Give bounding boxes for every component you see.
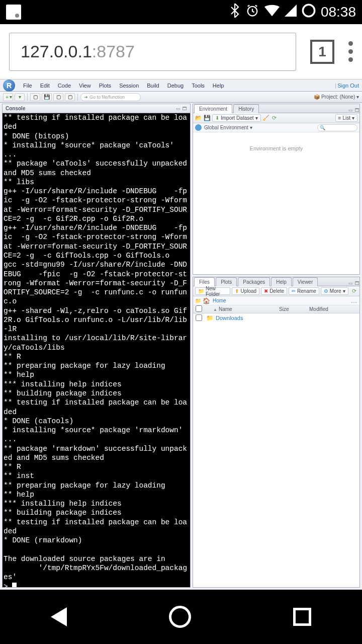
env-search-input[interactable]: 🔍 bbox=[317, 124, 357, 131]
rstudio-main-toolbar: ＋▾ ▾ ▢ 💾 ▢ ▢ ➔Go to file/function 📦 Proj… bbox=[0, 92, 362, 103]
tab-viewer[interactable]: Viewer bbox=[293, 277, 318, 286]
open-file-button[interactable]: ▢ bbox=[30, 93, 40, 101]
menu-session[interactable]: Session bbox=[115, 83, 143, 89]
file-name[interactable]: Downloads bbox=[216, 315, 243, 321]
url-host: 127.0.0.1 bbox=[21, 42, 92, 61]
print-button[interactable]: ▢ bbox=[65, 93, 75, 101]
clear-workspace-button[interactable]: 🧹 bbox=[262, 115, 269, 122]
rstudio-app: R File Edit Code View Plots Session Buil… bbox=[0, 79, 362, 590]
new-file-button[interactable]: ＋▾ bbox=[3, 93, 13, 101]
menu-help[interactable]: Help bbox=[209, 83, 228, 89]
android-nav-bar bbox=[0, 590, 362, 644]
save-file-button[interactable]: 💾 bbox=[42, 93, 52, 101]
browser-toolbar: 127.0.0.1:8787 1 bbox=[0, 24, 362, 79]
menu-file[interactable]: File bbox=[19, 83, 36, 89]
tab-packages[interactable]: Packages bbox=[238, 277, 270, 286]
svg-point-1 bbox=[303, 5, 314, 16]
menu-edit[interactable]: Edit bbox=[36, 83, 54, 89]
env-scope-selector[interactable]: Global Environment ▾ bbox=[204, 125, 252, 130]
wifi-icon bbox=[264, 5, 280, 20]
minimize-icon[interactable]: ▭ bbox=[348, 281, 353, 286]
nav-back-button[interactable] bbox=[51, 607, 67, 626]
menu-debug[interactable]: Debug bbox=[163, 83, 188, 89]
rstudio-logo-icon: R bbox=[3, 79, 15, 92]
load-workspace-button[interactable]: 📂 bbox=[195, 115, 202, 122]
minimize-icon[interactable]: ▭ bbox=[176, 106, 180, 111]
menu-tools[interactable]: Tools bbox=[188, 83, 209, 89]
menu-code[interactable]: Code bbox=[54, 83, 75, 89]
tab-help[interactable]: Help bbox=[271, 277, 292, 286]
console-tab[interactable]: Console bbox=[6, 106, 25, 111]
environment-body: Environment is empty bbox=[193, 132, 359, 274]
maximize-icon[interactable]: 🗖 bbox=[355, 281, 359, 286]
cell-signal-icon bbox=[285, 5, 297, 20]
battery-icon bbox=[302, 4, 316, 21]
maximize-icon[interactable]: 🗖 bbox=[355, 108, 359, 113]
col-modified-header[interactable]: Modified bbox=[309, 306, 359, 312]
console-output[interactable]: ** testing if installed package can be l… bbox=[3, 113, 190, 587]
sign-out-link[interactable]: Sign Out bbox=[337, 83, 359, 89]
refresh-env-button[interactable]: ⟳ bbox=[271, 115, 278, 122]
delete-button[interactable]: ✖Delete bbox=[261, 287, 287, 295]
files-header-row: ▲Name Size Modified bbox=[193, 305, 359, 313]
table-row[interactable]: 📁 Downloads bbox=[193, 313, 359, 323]
picture-notification-icon bbox=[6, 5, 21, 20]
new-project-button[interactable]: ▾ bbox=[15, 93, 25, 101]
save-all-button[interactable]: ▢ bbox=[53, 93, 63, 101]
android-status-bar: 08:38 bbox=[0, 0, 362, 24]
upload-button[interactable]: ⬆Upload bbox=[232, 287, 259, 295]
url-bar[interactable]: 127.0.0.1:8787 bbox=[9, 33, 296, 71]
go-to-folder-button[interactable]: 📁 bbox=[195, 298, 201, 303]
import-dataset-button[interactable]: ⬇Import Dataset▾ bbox=[212, 114, 261, 122]
bluetooth-icon bbox=[229, 4, 240, 21]
folder-icon: 📁 bbox=[206, 314, 214, 321]
more-path-button[interactable]: … bbox=[351, 297, 357, 304]
sort-arrow-icon: ▲ bbox=[213, 307, 217, 312]
row-checkbox[interactable] bbox=[196, 314, 202, 321]
project-menu-button[interactable]: 📦 Project: (None) ▾ bbox=[314, 94, 359, 100]
col-size-header[interactable]: Size bbox=[279, 306, 309, 312]
refresh-files-button[interactable]: ⟳ bbox=[351, 288, 357, 295]
tab-plots[interactable]: Plots bbox=[216, 277, 237, 286]
new-folder-button[interactable]: 📁New Folder bbox=[195, 287, 230, 295]
nav-recent-button[interactable] bbox=[293, 608, 311, 626]
tab-switcher-button[interactable]: 1 bbox=[310, 40, 334, 64]
home-icon[interactable]: 🏠 bbox=[203, 297, 210, 304]
browser-menu-button[interactable] bbox=[348, 41, 353, 62]
files-breadcrumb: 📁 🏠 Home … bbox=[193, 296, 359, 305]
maximize-icon[interactable]: 🗖 bbox=[183, 106, 187, 111]
col-name-header[interactable]: Name bbox=[219, 306, 232, 312]
save-workspace-button[interactable]: 💾 bbox=[204, 115, 211, 122]
rstudio-menu-bar: R File Edit Code View Plots Session Buil… bbox=[0, 79, 362, 92]
select-all-checkbox[interactable] bbox=[196, 305, 202, 312]
crumb-home[interactable]: Home bbox=[213, 298, 226, 303]
more-button[interactable]: ⚙More▾ bbox=[321, 287, 348, 295]
files-pane: Files Plots Packages Help Viewer ▭ 🗖 📁Ne… bbox=[193, 277, 360, 588]
nav-home-button[interactable] bbox=[169, 606, 191, 628]
rename-button[interactable]: ✏Rename bbox=[289, 287, 319, 295]
menu-view[interactable]: View bbox=[75, 83, 95, 89]
url-port: :8787 bbox=[92, 42, 135, 61]
globe-icon bbox=[195, 124, 202, 131]
tab-history[interactable]: History bbox=[233, 104, 259, 113]
menu-plots[interactable]: Plots bbox=[95, 83, 115, 89]
console-pane: Console ▭ 🗖 ** testing if installed pack… bbox=[2, 104, 191, 588]
alarm-icon bbox=[245, 4, 259, 21]
minimize-icon[interactable]: ▭ bbox=[348, 108, 353, 113]
env-view-list-button[interactable]: ≡ List▾ bbox=[335, 114, 357, 122]
environment-pane: Environment History ▭ 🗖 📂 💾 ⬇Import Data… bbox=[193, 104, 360, 275]
console-tab-bar: Console ▭ 🗖 bbox=[3, 104, 190, 113]
status-time: 08:38 bbox=[321, 4, 356, 20]
menu-build[interactable]: Build bbox=[143, 83, 163, 89]
goto-file-function-input[interactable]: ➔Go to file/function bbox=[80, 93, 141, 101]
tab-files[interactable]: Files bbox=[194, 277, 215, 286]
tab-environment[interactable]: Environment bbox=[194, 104, 232, 113]
